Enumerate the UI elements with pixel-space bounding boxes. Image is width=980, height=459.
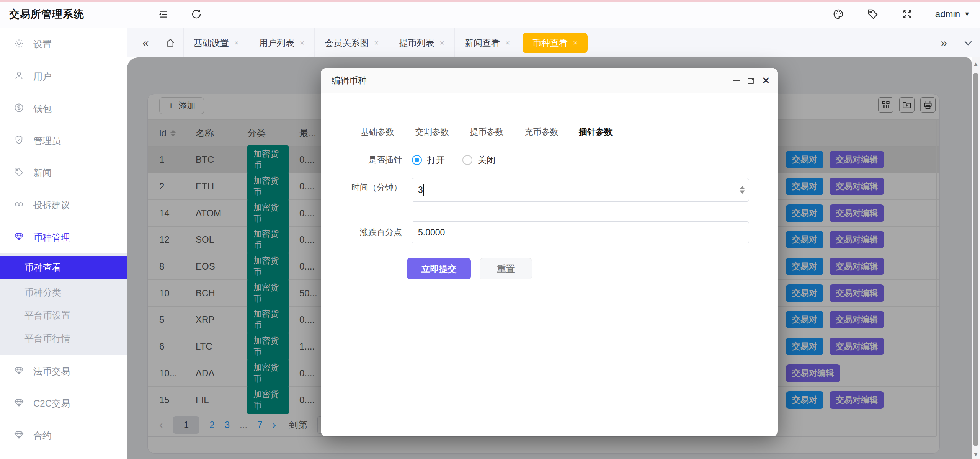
sidebar-item-合约[interactable]: 合约: [0, 420, 127, 452]
radio-on[interactable]: 打开: [412, 154, 445, 166]
tag-label-icon[interactable]: [866, 8, 879, 21]
sidebar-subitem-币种分类[interactable]: 币种分类: [0, 281, 127, 304]
sidebar-item-钱包[interactable]: 钱包: [0, 93, 127, 125]
theme-palette-icon[interactable]: [832, 8, 845, 21]
tab-close-icon[interactable]: ×: [439, 38, 444, 47]
tab-bar: « 基础设置×用户列表×会员关系图×提币列表×新闻查看×币种查看× »: [127, 28, 980, 57]
sidebar-item-新闻[interactable]: 新闻: [0, 157, 127, 189]
tab-label: 用户列表: [259, 37, 294, 49]
app-window: 交易所管理系统 admin ▼ 设置用户钱包管理员新闻投拆建议币种管理币种查看币…: [0, 0, 980, 459]
sidebar-item-C2C交易[interactable]: C2C交易: [0, 387, 127, 420]
pin-radio-group: 打开 关闭: [412, 149, 495, 171]
scroll-up-arrow[interactable]: ▲: [972, 60, 980, 67]
sidebar-item-label: 设置: [33, 38, 52, 51]
modal-tab-充币参数[interactable]: 充币参数: [514, 120, 569, 144]
tab-基础设置[interactable]: 基础设置×: [183, 28, 249, 57]
home-tab[interactable]: [165, 38, 176, 48]
tabs-scroll-left[interactable]: «: [142, 36, 149, 49]
refresh-icon[interactable]: [190, 8, 203, 21]
number-spinner[interactable]: [740, 186, 745, 194]
sidebar-item-币种管理[interactable]: 币种管理: [0, 221, 127, 253]
user-icon: [14, 70, 24, 83]
fullscreen-icon[interactable]: [901, 8, 914, 21]
tab-新闻查看[interactable]: 新闻查看×: [455, 28, 520, 57]
percent-input[interactable]: 5.0000: [412, 221, 749, 243]
caret-down-icon: ▼: [964, 11, 970, 18]
modal-title: 编辑币种: [332, 75, 367, 87]
diamond-icon: [14, 430, 24, 442]
sidebar: 设置用户钱包管理员新闻投拆建议币种管理币种查看币种分类平台币设置平台币行情法币交…: [0, 28, 127, 459]
tab-close-icon[interactable]: ×: [505, 38, 510, 47]
tab-label: 币种查看: [532, 37, 568, 49]
time-input[interactable]: 3: [412, 178, 749, 202]
text-cursor: [423, 184, 424, 196]
edit-currency-modal: 编辑币种 ✕ 基础参数交割参数提币参数充币参数插针参数 是否插针 打开 关闭 时…: [321, 68, 778, 436]
panel-bottom-border: [332, 301, 766, 301]
tab-label: 提币列表: [399, 37, 434, 49]
sidebar-item-label: 用户: [33, 70, 52, 83]
tab-币种查看[interactable]: 币种查看×: [523, 33, 588, 53]
tabs-scroll-right[interactable]: »: [941, 36, 947, 49]
modal-tab-提币参数[interactable]: 提币参数: [459, 120, 514, 144]
sidebar-item-label: 管理员: [33, 135, 61, 147]
diamond-icon: [14, 231, 24, 244]
sidebar-subitem-平台币设置[interactable]: 平台币设置: [0, 304, 127, 327]
sidebar-item-法币交易[interactable]: 法币交易: [0, 355, 127, 387]
tab-close-icon[interactable]: ×: [234, 38, 239, 47]
diamond-icon: [14, 397, 24, 410]
tab-close-icon[interactable]: ×: [300, 38, 304, 47]
tab-用户列表[interactable]: 用户列表×: [249, 28, 315, 57]
radio-on-label: 打开: [427, 154, 445, 166]
open-tabs: 基础设置×用户列表×会员关系图×提币列表×新闻查看×币种查看×: [183, 28, 590, 57]
tag-icon: [14, 167, 24, 180]
modal-tab-插针参数[interactable]: 插针参数: [569, 120, 622, 144]
radio-selected-icon: [412, 155, 422, 165]
tab-label: 会员关系图: [325, 37, 369, 49]
sidebar-collapse-icon[interactable]: [157, 8, 170, 21]
sidebar-subitem-平台币行情[interactable]: 平台币行情: [0, 327, 127, 350]
username: admin: [935, 9, 960, 20]
gear-icon: [14, 38, 24, 51]
sidebar-item-label: 币种管理: [33, 231, 70, 243]
minimize-icon[interactable]: [733, 80, 740, 81]
scroll-down-arrow[interactable]: ▼: [972, 451, 980, 457]
modal-header[interactable]: 编辑币种 ✕: [321, 68, 778, 93]
sidebar-item-label: 新闻: [33, 167, 52, 179]
tabs-dropdown-icon[interactable]: [962, 37, 974, 49]
wallet-icon: [14, 103, 24, 115]
sidebar-submenu: 币种查看币种分类平台币设置平台币行情: [0, 253, 127, 355]
tab-close-icon[interactable]: ×: [573, 38, 578, 47]
top-bar: 交易所管理系统 admin ▼: [0, 0, 980, 28]
tab-label: 新闻查看: [465, 37, 500, 49]
diamond-icon: [14, 365, 24, 378]
sidebar-item-用户[interactable]: 用户: [0, 60, 127, 93]
sidebar-item-label: 投拆建议: [33, 199, 70, 211]
tab-会员关系图[interactable]: 会员关系图×: [315, 28, 389, 57]
percent-value: 5.0000: [418, 227, 445, 238]
close-icon[interactable]: ✕: [761, 75, 770, 87]
shield-icon: [14, 135, 24, 147]
tab-提币列表[interactable]: 提币列表×: [389, 28, 454, 57]
tab-close-icon[interactable]: ×: [374, 38, 379, 47]
scrollbar-thumb[interactable]: [973, 73, 978, 446]
maximize-icon[interactable]: [746, 76, 756, 87]
topbar-actions: admin ▼: [832, 0, 970, 28]
modal-tab-交割参数[interactable]: 交割参数: [405, 120, 459, 144]
top-progress-bar: [0, 0, 980, 2]
modal-tabs: 基础参数交割参数提币参数充币参数插针参数: [345, 120, 754, 144]
submit-button[interactable]: 立即提交: [407, 258, 471, 279]
radio-off-label: 关闭: [478, 154, 495, 166]
reset-button[interactable]: 重置: [480, 258, 532, 279]
user-menu[interactable]: admin ▼: [935, 9, 970, 20]
sidebar-item-设置[interactable]: 设置: [0, 28, 127, 60]
sidebar-item-管理员[interactable]: 管理员: [0, 125, 127, 157]
sidebar-item-label: 法币交易: [33, 365, 70, 377]
link-icon: [14, 199, 24, 212]
page-scrollbar[interactable]: ▲ ▼: [972, 57, 980, 459]
radio-off[interactable]: 关闭: [462, 154, 495, 166]
modal-tab-基础参数[interactable]: 基础参数: [350, 120, 405, 144]
sidebar-item-投拆建议[interactable]: 投拆建议: [0, 189, 127, 221]
sidebar-subitem-币种查看[interactable]: 币种查看: [0, 256, 127, 279]
percent-label: 涨跌百分点: [321, 221, 402, 243]
pin-label: 是否插针: [321, 149, 402, 171]
